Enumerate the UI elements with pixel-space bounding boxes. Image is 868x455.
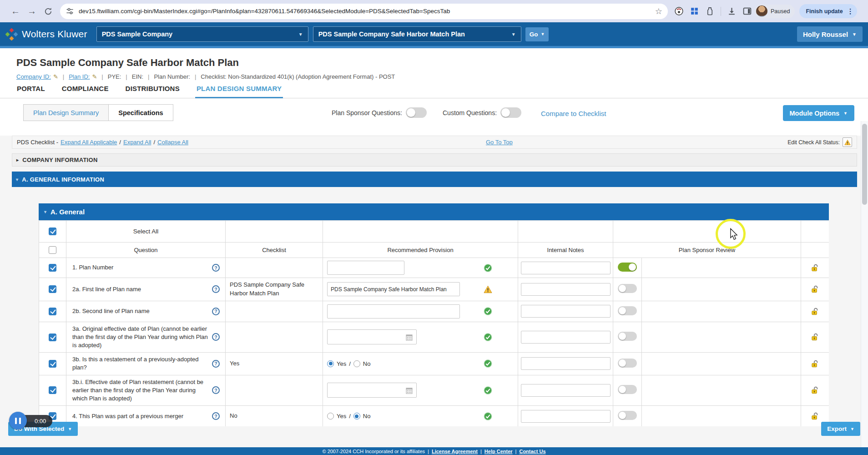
unlock-icon[interactable] xyxy=(811,333,819,341)
unlock-icon[interactable] xyxy=(811,307,819,316)
help-icon[interactable]: ? xyxy=(212,386,220,394)
sponsor-review-toggle[interactable] xyxy=(618,263,637,272)
grid-extension-icon[interactable] xyxy=(690,6,699,16)
calendar-icon[interactable] xyxy=(406,334,413,341)
table-row: 2a. First line of Plan name? PDS Sample … xyxy=(39,278,829,301)
row-checkbox[interactable] xyxy=(49,386,56,394)
separator: | xyxy=(63,73,64,80)
edit-check-all-status-button[interactable] xyxy=(843,137,852,147)
module-options-button[interactable]: Module Options ▼ xyxy=(783,105,854,121)
edit-pencil-icon[interactable]: ✎ xyxy=(53,73,58,80)
collapse-all-link[interactable]: Collapse All xyxy=(157,139,188,146)
bookmark-star-icon[interactable]: ☆ xyxy=(655,6,662,16)
checklist-value xyxy=(226,388,323,393)
calendar-icon[interactable] xyxy=(406,387,413,394)
help-icon[interactable]: ? xyxy=(212,285,220,293)
radio-yes[interactable] xyxy=(327,413,334,420)
select-all-checkbox[interactable] xyxy=(49,228,56,235)
provision-input[interactable] xyxy=(327,261,404,275)
date-input[interactable] xyxy=(327,329,417,344)
provision-input[interactable] xyxy=(327,304,460,318)
sponsor-review-toggle[interactable] xyxy=(618,306,637,315)
go-to-top-link[interactable]: Go To Top xyxy=(486,139,513,146)
license-agreement-link[interactable]: License Agreement xyxy=(432,449,478,454)
row-checkbox[interactable] xyxy=(49,264,56,272)
tab-distributions[interactable]: DISTRIBUTIONS xyxy=(126,85,180,98)
radio-yes[interactable] xyxy=(327,360,334,367)
vertical-scrollbar[interactable] xyxy=(861,121,868,447)
edit-pencil-icon[interactable]: ✎ xyxy=(92,73,97,80)
side-panel-icon[interactable] xyxy=(742,6,752,16)
row-checkbox[interactable] xyxy=(49,285,56,293)
sponsor-review-toggle[interactable] xyxy=(618,385,637,394)
plan-sponsor-questions-toggle[interactable] xyxy=(406,107,427,118)
sponsor-review-toggle[interactable] xyxy=(618,359,637,368)
internal-notes-input[interactable] xyxy=(521,384,611,397)
scrollbar-thumb[interactable] xyxy=(862,124,867,205)
go-button[interactable]: Go ▼ xyxy=(525,27,549,41)
radio-no[interactable] xyxy=(353,413,360,420)
tab-compliance[interactable]: COMPLIANCE xyxy=(62,85,109,98)
plan-select[interactable]: PDS Sample Company Safe Harbor Match Pla… xyxy=(313,26,521,42)
toggle-knob xyxy=(619,333,626,340)
tab-plan-design-summary[interactable]: PLAN DESIGN SUMMARY xyxy=(197,85,282,98)
row-checkbox[interactable] xyxy=(49,308,56,315)
row-checkbox[interactable] xyxy=(49,360,56,368)
help-icon[interactable]: ? xyxy=(212,360,220,368)
profile-paused-badge[interactable]: Paused xyxy=(755,5,795,18)
unlock-icon[interactable] xyxy=(811,359,819,368)
internal-notes-input[interactable] xyxy=(521,305,611,318)
expand-all-applicable-link[interactable]: Expand All Applicable xyxy=(61,139,117,146)
recording-pause-button[interactable] xyxy=(9,412,27,430)
internal-notes-input[interactable] xyxy=(521,331,611,344)
section-company-information[interactable]: ▸ COMPANY INFORMATION xyxy=(12,153,857,167)
date-input[interactable] xyxy=(327,383,417,398)
subtab-specifications[interactable]: Specifications xyxy=(108,104,173,121)
header-checkbox[interactable] xyxy=(49,246,56,254)
sponsor-review-toggle[interactable] xyxy=(618,411,637,420)
toggle-knob xyxy=(619,285,626,292)
browser-menu-kebab-icon[interactable]: ⋮ xyxy=(847,7,854,15)
address-bar[interactable]: dev15.ftwilliam.com/cgi-bin/MasterIndex.… xyxy=(60,4,668,19)
subtab-plan-design-summary[interactable]: Plan Design Summary xyxy=(23,104,109,121)
general-information-label: A. GENERAL INFORMATION xyxy=(22,176,104,183)
sponsor-review-toggle[interactable] xyxy=(618,284,637,293)
downloads-icon[interactable] xyxy=(727,6,737,16)
back-icon[interactable]: ← xyxy=(7,3,24,20)
unlock-icon[interactable] xyxy=(811,386,819,394)
unlock-icon[interactable] xyxy=(811,285,819,293)
compare-to-checklist-link[interactable]: Compare to Checklist xyxy=(541,110,606,117)
help-center-link[interactable]: Help Center xyxy=(484,449,513,454)
help-icon[interactable]: ? xyxy=(212,308,220,315)
sponsor-review-toggle[interactable] xyxy=(618,332,637,341)
tab-portal[interactable]: PORTAL xyxy=(17,85,45,98)
company-id-link[interactable]: Company ID: xyxy=(16,73,51,80)
internal-notes-input[interactable] xyxy=(521,262,611,274)
radio-no[interactable] xyxy=(353,360,360,367)
reload-icon[interactable] xyxy=(40,3,56,20)
help-icon[interactable]: ? xyxy=(212,333,220,341)
internal-notes-input[interactable] xyxy=(521,410,611,423)
help-icon[interactable]: ? xyxy=(212,264,220,272)
internal-notes-input[interactable] xyxy=(521,357,611,370)
row-checkbox[interactable] xyxy=(49,334,56,341)
contact-us-link[interactable]: Contact Us xyxy=(519,449,545,454)
extensions-jar-icon[interactable] xyxy=(705,6,715,16)
site-settings-icon[interactable] xyxy=(66,7,74,15)
custom-questions-toggle[interactable] xyxy=(500,107,521,118)
provision-input[interactable] xyxy=(327,282,460,296)
internal-notes-input[interactable] xyxy=(521,283,611,296)
help-icon[interactable]: ? xyxy=(212,412,220,420)
a-general-header-bar[interactable]: ▾ A. General xyxy=(39,203,829,220)
unlock-icon[interactable] xyxy=(811,263,819,272)
section-general-information[interactable]: ▾ A. GENERAL INFORMATION xyxy=(12,172,857,187)
plan-id-link[interactable]: Plan ID: xyxy=(69,73,90,80)
export-button[interactable]: Export ▼ xyxy=(821,422,860,436)
extension-badge-icon[interactable] xyxy=(674,6,684,16)
finish-update-button[interactable]: Finish update ⋮ xyxy=(799,4,857,18)
forward-icon[interactable]: → xyxy=(24,3,40,20)
unlock-icon[interactable] xyxy=(811,412,819,420)
user-menu-button[interactable]: Holly Roussel ▼ xyxy=(797,26,863,42)
expand-all-link[interactable]: Expand All xyxy=(123,139,151,146)
company-select[interactable]: PDS Sample Company ▼ xyxy=(96,26,308,42)
